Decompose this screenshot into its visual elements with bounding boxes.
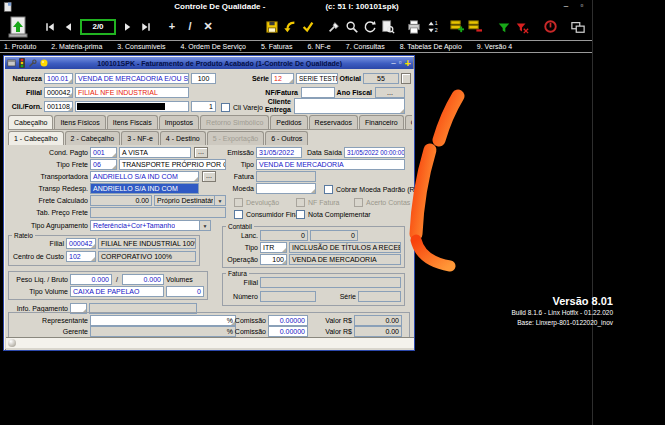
minimize-button[interactable]: –: [560, 2, 572, 11]
form-restore-button[interactable]: ▫: [399, 59, 402, 67]
preview-button[interactable]: [379, 15, 397, 39]
data-saida-field[interactable]: 31/05/2022 00:00:00: [344, 147, 405, 158]
cliente-entrega-field[interactable]: [294, 98, 405, 114]
tab-financeiro[interactable]: Financeiro: [359, 115, 404, 129]
nf-fatura-field[interactable]: [301, 87, 335, 98]
menu-produto[interactable]: 1. Produto: [4, 43, 36, 50]
delete-record-button[interactable]: ✕: [199, 15, 217, 39]
menu-consultas[interactable]: 7. Consultas: [346, 43, 385, 50]
subtab-1-cabecalho[interactable]: 1 - Cabeçalho: [8, 131, 64, 145]
subtab-2-cabecalho[interactable]: 2 - Cabeçalho: [65, 131, 121, 145]
cond-pagto-code-field[interactable]: 001: [90, 147, 117, 158]
maximize-button[interactable]: ▫: [576, 2, 588, 11]
nf-fatura-checkbox: NF Fatura: [296, 197, 340, 207]
menu-faturas[interactable]: 5. Faturas: [261, 43, 293, 50]
transp-redesp-field[interactable]: ANDRIELLO S/A IND COM: [90, 183, 199, 194]
tab-itens-fiscais[interactable]: Itens Fiscais: [107, 115, 158, 129]
rateio-filial-code-field[interactable]: 000042: [66, 238, 96, 249]
natureza-desc-field[interactable]: VENDA DE MERCADORIA E/OU SERVI: [75, 73, 189, 84]
print-button[interactable]: [405, 15, 423, 39]
tipo-frete-desc-field[interactable]: TRANSPORTE PRÓPRIO POR CONTA D: [119, 159, 226, 170]
clear-filter-button[interactable]: [513, 15, 531, 39]
add-list-button[interactable]: [447, 15, 465, 39]
cli-forn-code-field[interactable]: 001108: [44, 101, 73, 112]
save-button[interactable]: [263, 15, 281, 39]
tipo-volume-field[interactable]: CAIXA DE PAPELAO: [70, 286, 164, 297]
operacao-code-field[interactable]: 100: [260, 254, 287, 265]
new-document-button[interactable]: [3, 14, 33, 40]
moeda-field[interactable]: [256, 183, 316, 194]
peso-bruto-field[interactable]: 0.000: [122, 274, 164, 285]
representante-field[interactable]: [90, 315, 236, 326]
serie-code-field[interactable]: 12: [271, 73, 294, 84]
refresh-button[interactable]: [361, 15, 379, 39]
menu-materia-prima[interactable]: 2. Matéria-prima: [51, 43, 102, 50]
centro-custo-code-field[interactable]: 102: [66, 251, 96, 262]
cond-pagto-lookup-button[interactable]: ...: [194, 147, 208, 158]
comissao1-field[interactable]: 0.00000: [268, 315, 308, 326]
search-button[interactable]: [343, 15, 361, 39]
transportadora-field[interactable]: ANDRIELLO S/A IND COM: [90, 171, 199, 182]
natureza-num-field[interactable]: 100: [191, 73, 216, 84]
menu-nfe[interactable]: 6. NF-e: [307, 43, 330, 50]
undo-button[interactable]: [281, 15, 299, 39]
form-add-button[interactable]: +: [405, 59, 411, 67]
sort-button[interactable]: 12: [423, 15, 441, 39]
fatura-numero-field: [260, 291, 316, 302]
menu-tabelas-de-apoio[interactable]: 8. Tabelas De Apoio: [400, 43, 462, 50]
contabil-tipo-code-field[interactable]: ITR: [260, 242, 287, 253]
form-window: 100101SPK - Faturamento de Produto Acaba…: [3, 55, 415, 351]
filial-desc-field[interactable]: FILIAL NFE INDUSTRIAL: [75, 87, 189, 98]
version-title: Versão 8.01: [511, 295, 613, 307]
checkbox-icon: [296, 210, 305, 219]
cli-forn-num-field[interactable]: 1: [191, 101, 216, 112]
menu-consumiveis[interactable]: 3. Consumíveis: [117, 43, 165, 50]
add-record-button[interactable]: +: [163, 15, 181, 39]
edit-record-button[interactable]: /: [181, 15, 199, 39]
tipo-agrupamento-dropdown[interactable]: Referência+Cor+Tamanho ▼: [90, 220, 211, 231]
remove-list-button[interactable]: [465, 15, 483, 39]
list-remove-icon: [467, 19, 482, 34]
natureza-code-field[interactable]: 100.01: [44, 73, 73, 84]
filial-label: Filial: [6, 87, 42, 98]
form-title: 100101SPK - Faturamento de Produto Acaba…: [48, 60, 391, 67]
confirm-button[interactable]: [299, 15, 317, 39]
windows-button[interactable]: [569, 15, 587, 39]
prev-record-button[interactable]: [59, 15, 77, 39]
cancel-button[interactable]: [541, 15, 559, 39]
clear-button[interactable]: [325, 15, 343, 39]
next-record-button[interactable]: [119, 15, 137, 39]
tab-cabecalho[interactable]: Cabeçalho: [8, 115, 53, 129]
subtab-6-outros[interactable]: 6 - Outros: [265, 131, 308, 145]
tab-itens-fisicos[interactable]: Itens Físicos: [54, 115, 105, 129]
oficial-button[interactable]: [401, 73, 411, 84]
cond-pagto-desc-field[interactable]: A VISTA: [119, 147, 191, 158]
form-window-icon: [7, 59, 16, 67]
tab-impostos[interactable]: Impostos: [159, 115, 199, 129]
cli-forn-name-field[interactable]: [75, 101, 189, 112]
last-record-button[interactable]: [137, 15, 155, 39]
comissao2-field[interactable]: 0.00000: [268, 326, 308, 337]
emissao-field[interactable]: 31/05/2022: [256, 147, 302, 158]
consumidor-final-checkbox[interactable]: Consumidor Final: [234, 209, 301, 219]
filial-code-field[interactable]: 000042: [44, 87, 73, 98]
oficial-label: Oficial: [338, 73, 361, 84]
subtab-3-nfe[interactable]: 3 - NF-e: [121, 131, 159, 145]
first-record-button[interactable]: [41, 15, 59, 39]
serie-desc-field[interactable]: SERIE TESTE 01.1: [296, 73, 338, 84]
menu-ordem-de-servico[interactable]: 4. Ordem De Serviço: [181, 43, 246, 50]
menu-versao-4[interactable]: 9. Versão 4: [477, 43, 512, 50]
filter-button[interactable]: [495, 15, 513, 39]
transportadora-lookup-button[interactable]: ...: [202, 171, 216, 182]
tipo-frete-code-field[interactable]: 06: [90, 159, 117, 170]
subtab-4-destino[interactable]: 4 - Destino: [160, 131, 206, 145]
peso-liq-field[interactable]: 0.000: [70, 274, 112, 285]
tipo-field[interactable]: VENDA DE MERCADORIA: [256, 159, 405, 170]
form-minimize-button[interactable]: –: [391, 59, 395, 67]
tab-reservados[interactable]: Reservados: [309, 115, 358, 129]
chevron-down-icon[interactable]: ▼: [199, 221, 210, 230]
next-record-icon: [122, 21, 134, 33]
nota-complementar-checkbox[interactable]: Nota Complementar: [296, 209, 371, 219]
volumes-field[interactable]: 0: [166, 286, 204, 297]
tab-pedidos[interactable]: Pedidos: [270, 115, 307, 129]
